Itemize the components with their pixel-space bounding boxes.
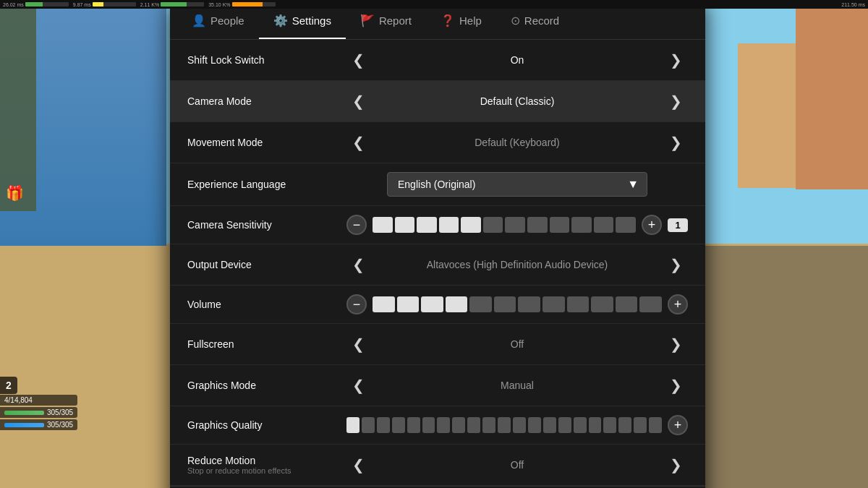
slider-seg-6 xyxy=(437,417,450,433)
setting-control-camera-sensitivity: −+1 xyxy=(346,215,688,235)
setting-label-shift-lock: Shift Lock Switch xyxy=(187,54,346,66)
setting-label-movement-mode: Movement Mode xyxy=(187,137,346,148)
setting-row-experience-language: Experience LanguageEnglish (Original)▼ xyxy=(170,163,705,206)
setting-control-output-device: ❮Altavoces (High Definition Audio Device… xyxy=(346,253,688,276)
setting-value-shift-lock: On xyxy=(376,54,658,66)
slider-seg-4 xyxy=(461,217,481,233)
slider-seg-2 xyxy=(417,217,437,233)
slider-seg-10 xyxy=(498,417,511,433)
slider-seg-8 xyxy=(550,217,570,233)
perf-hud: 26.02 ms 9.87 ms 2.11 K% 35.10 K% 211.50… xyxy=(0,0,868,9)
setting-label-output-device: Output Device xyxy=(187,259,346,270)
slider-seg-0 xyxy=(373,296,395,312)
arrow-right-reduce-motion[interactable]: ❯ xyxy=(664,453,688,476)
tab-label-report: Report xyxy=(379,14,412,27)
slider-seg-0 xyxy=(373,217,393,233)
setting-label-reduce-motion: Reduce MotionStop or reduce motion effec… xyxy=(187,455,346,475)
slider-seg-12 xyxy=(528,417,541,433)
setting-row-camera-sensitivity: Camera Sensitivity−+1 xyxy=(170,206,705,244)
setting-control-camera-mode: ❮Default (Classic)❯ xyxy=(346,90,688,113)
arrow-right-shift-lock[interactable]: ❯ xyxy=(664,48,688,72)
slider-seg-11 xyxy=(616,217,636,233)
setting-row-graphics-quality: Graphics Quality+ xyxy=(170,406,705,445)
ground-bg xyxy=(0,246,166,488)
perf-stat-4: 35.10 K% xyxy=(208,2,275,7)
slider-seg-18 xyxy=(618,417,631,433)
tab-icon-help: ❓ xyxy=(441,14,455,27)
setting-row-camera-mode: Camera Mode❮Default (Classic)❯ xyxy=(170,81,705,122)
slider-plus-graphics-quality[interactable]: + xyxy=(668,415,688,435)
arrow-left-fullscreen[interactable]: ❮ xyxy=(346,333,370,356)
tab-record[interactable]: ⊙Record xyxy=(496,4,574,39)
setting-value-fullscreen: Off xyxy=(376,338,658,350)
setting-row-shift-lock: Shift Lock Switch❮On❯ xyxy=(170,40,705,81)
arrow-left-movement-mode[interactable]: ❮ xyxy=(346,131,370,154)
slider-seg-11 xyxy=(639,296,662,312)
stat-bars: 4/14,804 305/305 305/305 xyxy=(0,395,77,430)
tab-icon-record: ⊙ xyxy=(511,14,520,27)
slider-plus-camera-sensitivity[interactable]: + xyxy=(642,215,662,235)
settings-dialog: 👤People⚙️Settings🚩Report❓Help⊙Record Shi… xyxy=(170,4,705,488)
setting-value-output-device: Altavoces (High Definition Audio Device) xyxy=(376,259,658,270)
gift-icon[interactable]: 🎁 xyxy=(6,184,24,202)
arrow-left-shift-lock[interactable]: ❮ xyxy=(346,48,370,72)
setting-label-graphics-mode: Graphics Mode xyxy=(187,380,346,391)
slider-minus-camera-sensitivity[interactable]: − xyxy=(346,215,367,235)
slider-seg-1 xyxy=(362,417,375,433)
setting-control-experience-language: English (Original)▼ xyxy=(346,172,688,197)
stamina-bar xyxy=(4,423,44,427)
dialog-overlay: 👤People⚙️Settings🚩Report❓Help⊙Record Shi… xyxy=(166,0,709,488)
tab-settings[interactable]: ⚙️Settings xyxy=(259,4,346,39)
tab-icon-people: 👤 xyxy=(192,14,206,27)
slider-track-camera-sensitivity xyxy=(373,217,636,233)
slider-minus-volume[interactable]: − xyxy=(346,294,367,314)
setting-label-graphics-quality: Graphics Quality xyxy=(187,419,346,431)
setting-value-camera-mode: Default (Classic) xyxy=(376,95,658,107)
tab-people[interactable]: 👤People xyxy=(177,4,259,39)
arrow-left-output-device[interactable]: ❮ xyxy=(346,253,370,276)
tab-help[interactable]: ❓Help xyxy=(426,4,496,39)
arrow-left-reduce-motion[interactable]: ❮ xyxy=(346,453,370,476)
dropdown-wrapper-experience-language: English (Original)▼ xyxy=(387,172,647,197)
tab-label-settings: Settings xyxy=(292,14,331,27)
setting-row-volume: Volume−+ xyxy=(170,286,705,324)
slider-seg-9 xyxy=(571,217,592,233)
arrow-right-output-device[interactable]: ❯ xyxy=(664,253,688,276)
slider-plus-volume[interactable]: + xyxy=(668,294,688,314)
dropdown-experience-language[interactable]: English (Original) xyxy=(387,172,647,197)
slider-track-graphics-quality xyxy=(346,417,662,433)
slider-seg-20 xyxy=(649,417,662,433)
setting-control-graphics-quality: + xyxy=(346,415,688,435)
slider-seg-1 xyxy=(395,217,415,233)
arrow-left-graphics-mode[interactable]: ❮ xyxy=(346,374,370,397)
arrow-right-movement-mode[interactable]: ❯ xyxy=(664,131,688,154)
stamina-bar-row: 305/305 xyxy=(0,419,77,430)
setting-control-fullscreen: ❮Off❯ xyxy=(346,333,688,356)
health-bar xyxy=(4,411,44,415)
slider-seg-0 xyxy=(346,417,359,433)
arrow-right-camera-mode[interactable]: ❯ xyxy=(664,90,688,113)
setting-control-volume: −+ xyxy=(346,294,688,314)
tab-report[interactable]: 🚩Report xyxy=(346,4,426,39)
slider-seg-4 xyxy=(407,417,420,433)
arrow-right-graphics-mode[interactable]: ❯ xyxy=(664,374,688,397)
setting-row-movement-mode: Movement Mode❮Default (Keyboard)❯ xyxy=(170,122,705,163)
slider-seg-16 xyxy=(589,417,602,433)
slider-seg-5 xyxy=(422,417,435,433)
health-stat: 4/14,804 xyxy=(0,395,77,406)
slider-seg-17 xyxy=(603,417,616,433)
setting-label-experience-language: Experience Language xyxy=(187,179,346,190)
setting-row-reduce-motion: Reduce MotionStop or reduce motion effec… xyxy=(170,445,705,486)
slider-seg-13 xyxy=(543,417,556,433)
perf-stat-1: 26.02 ms xyxy=(3,2,69,7)
badge-counter: 2 xyxy=(0,377,17,394)
setting-row-output-device: Output Device❮Altavoces (High Definition… xyxy=(170,244,705,286)
setting-control-shift-lock: ❮On❯ xyxy=(346,48,688,72)
slider-seg-1 xyxy=(397,296,420,312)
arrow-right-fullscreen[interactable]: ❯ xyxy=(664,333,688,356)
arrow-left-camera-mode[interactable]: ❮ xyxy=(346,90,370,113)
setting-value-reduce-motion: Off xyxy=(376,459,658,471)
slider-seg-9 xyxy=(482,417,495,433)
perf-stat-3: 2.11 K% xyxy=(140,2,204,7)
setting-control-reduce-motion: ❮Off❯ xyxy=(346,453,688,476)
